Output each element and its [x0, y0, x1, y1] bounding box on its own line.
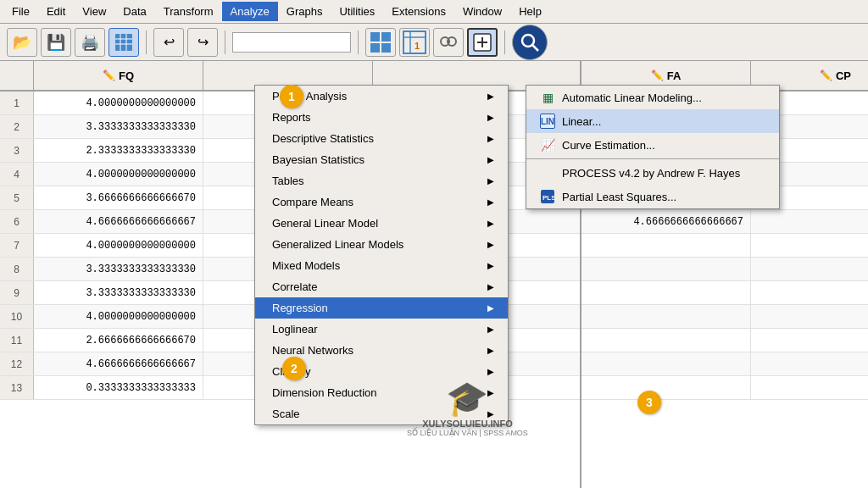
- menu-extensions[interactable]: Extensions: [383, 2, 454, 21]
- fa-cell[interactable]: [581, 234, 751, 257]
- fq-cell[interactable]: 4.0000000000000000: [34, 234, 203, 257]
- variables-button[interactable]: [365, 28, 396, 57]
- arrow-icon: ▶: [487, 219, 494, 228]
- cp-header-label: CP: [836, 69, 851, 82]
- right-table-row: [581, 305, 868, 329]
- analyze-scale[interactable]: Scale ▶: [255, 403, 508, 424]
- search2-icon: [520, 32, 540, 53]
- table-icon: [114, 33, 133, 52]
- row-num: 2: [0, 115, 34, 138]
- variables-icon: [369, 30, 392, 54]
- find-button[interactable]: [433, 28, 464, 57]
- sub-alm[interactable]: ▦ Automatic Linear Modeling...: [526, 86, 779, 109]
- row-num: 6: [0, 210, 34, 233]
- fq-cell[interactable]: 4.6666666666666667: [34, 210, 203, 233]
- cp-cell[interactable]: [751, 258, 868, 280]
- fq-edit-icon: ✏️: [103, 69, 115, 81]
- addcase-button[interactable]: [467, 28, 498, 57]
- analyze-tables[interactable]: Tables ▶: [255, 170, 508, 191]
- fa-cell[interactable]: [581, 258, 751, 280]
- fq-cell[interactable]: 4.0000000000000000: [34, 305, 203, 328]
- menu-help[interactable]: Help: [510, 2, 550, 21]
- fq-header-label: FQ: [119, 69, 134, 82]
- sub-linear[interactable]: LIN Linear...: [526, 109, 779, 133]
- arrow-icon: ▶: [487, 176, 494, 186]
- analyze-mixed[interactable]: Mixed Models ▶: [255, 255, 508, 276]
- cp-cell[interactable]: [751, 329, 868, 352]
- svg-rect-5: [370, 32, 380, 42]
- fa-cell[interactable]: [581, 305, 751, 328]
- toolbar-separator2: [225, 30, 225, 54]
- badge-3: 3: [637, 391, 661, 414]
- fq-cell[interactable]: 3.3333333333333330: [34, 115, 203, 138]
- sub-pls[interactable]: PLS Partial Least Squares...: [526, 185, 779, 208]
- menu-file[interactable]: File: [3, 2, 38, 21]
- fq-cell[interactable]: 3.3333333333333330: [34, 258, 203, 280]
- cases-button[interactable]: 1: [399, 28, 430, 57]
- row-num: 12: [0, 352, 34, 375]
- cp-cell[interactable]: [751, 305, 868, 328]
- cp-cell[interactable]: [751, 352, 868, 375]
- menu-transform[interactable]: Transform: [155, 2, 222, 21]
- analyze-compare-means[interactable]: Compare Means ▶: [255, 191, 508, 213]
- analyze-reports[interactable]: Reports ▶: [255, 107, 508, 128]
- fq-cell[interactable]: 2.6666666666666670: [34, 329, 203, 352]
- row-num: 8: [0, 258, 34, 280]
- menu-window[interactable]: Window: [454, 2, 510, 21]
- analyze-gzlm[interactable]: Generalized Linear Models ▶: [255, 234, 508, 255]
- datareditor-button[interactable]: [108, 28, 139, 57]
- addcase-icon: [473, 33, 492, 52]
- sub-process[interactable]: PROCESS v4.2 by Andrew F. Hayes: [526, 161, 779, 185]
- row-num: 11: [0, 329, 34, 352]
- redo-button[interactable]: ↪: [187, 28, 218, 57]
- fq-cell[interactable]: 4.0000000000000000: [34, 92, 203, 114]
- open-button[interactable]: 📂: [7, 28, 37, 57]
- fa-cell[interactable]: [581, 376, 751, 399]
- fa-cell[interactable]: [581, 352, 751, 375]
- cp-cell[interactable]: 4.2: [751, 210, 868, 233]
- search-input[interactable]: [232, 32, 351, 53]
- menu-edit[interactable]: Edit: [38, 2, 74, 21]
- binoculars-icon: [439, 33, 458, 52]
- fa-cell[interactable]: 4.6666666666666667: [581, 210, 751, 233]
- cp-cell[interactable]: [751, 234, 868, 257]
- menu-utilities[interactable]: Utilities: [331, 2, 383, 21]
- cases-icon: 1: [403, 30, 426, 54]
- fa-header-label: FA: [667, 69, 682, 82]
- menu-analyze[interactable]: Analyze: [222, 2, 278, 21]
- sub-curve[interactable]: 📈 Curve Estimation...: [526, 133, 779, 157]
- row-num: 10: [0, 305, 34, 328]
- analyze-dimension[interactable]: Dimension Reduction ▶: [255, 382, 508, 403]
- fq-cell[interactable]: 3.3333333333333330: [34, 281, 203, 304]
- fa-cell[interactable]: [581, 281, 751, 304]
- print-button[interactable]: 🖨️: [75, 28, 105, 57]
- save-button[interactable]: 💾: [41, 28, 71, 57]
- arrow-icon: ▶: [487, 303, 494, 313]
- row-num: 7: [0, 234, 34, 257]
- fq-cell[interactable]: 2.3333333333333330: [34, 139, 203, 162]
- fa-cell[interactable]: [581, 329, 751, 352]
- undo-button[interactable]: ↩: [153, 28, 184, 57]
- analyze-descriptive[interactable]: Descriptive Statistics ▶: [255, 128, 508, 149]
- pls-svg-icon: PLS: [541, 190, 554, 203]
- toolbar: 📂 💾 🖨️ ↩ ↪ 1: [0, 24, 868, 61]
- fq-cell[interactable]: 4.6666666666666667: [34, 352, 203, 375]
- cp-cell[interactable]: [751, 376, 868, 399]
- fq-cell[interactable]: 4.0000000000000000: [34, 163, 203, 186]
- arrow-icon: ▶: [487, 324, 494, 334]
- analyze-glm[interactable]: General Linear Model ▶: [255, 213, 508, 234]
- menu-graphs[interactable]: Graphs: [278, 2, 331, 21]
- analyze-bayesian[interactable]: Bayesian Statistics ▶: [255, 149, 508, 170]
- arrow-icon: ▶: [487, 261, 494, 270]
- arrow-icon: ▶: [487, 388, 494, 397]
- analyze-correlate[interactable]: Correlate ▶: [255, 276, 508, 297]
- menu-data[interactable]: Data: [114, 2, 154, 21]
- menu-view[interactable]: View: [74, 2, 114, 21]
- fq-cell[interactable]: 0.3333333333333333: [34, 376, 203, 399]
- analyze-regression[interactable]: Regression ▶: [255, 297, 508, 319]
- fq-cell[interactable]: 3.6666666666666670: [34, 186, 203, 209]
- analyze-loglinear[interactable]: Loglinear ▶: [255, 319, 508, 340]
- right-table-row: 4.6666666666666667 4.2: [581, 210, 868, 234]
- cp-cell[interactable]: [751, 281, 868, 304]
- search2-button[interactable]: [512, 25, 548, 60]
